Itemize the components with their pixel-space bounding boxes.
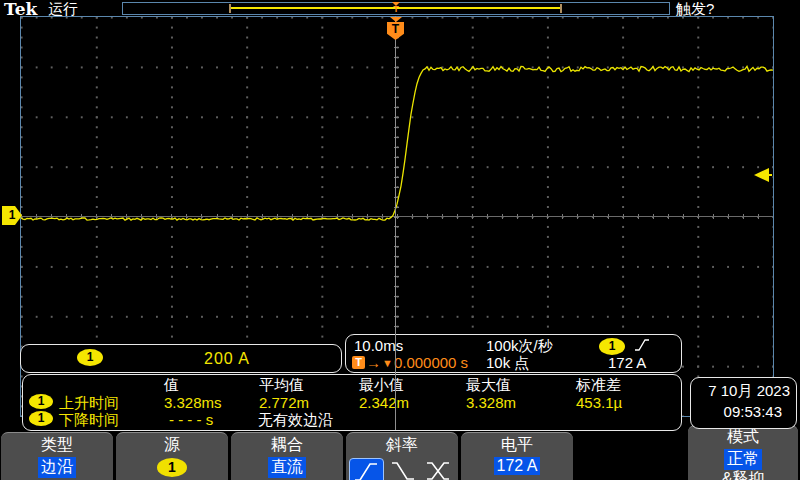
meas-mean: 2.772m — [259, 394, 309, 411]
channel1-badge: 1 — [29, 411, 53, 426]
rising-edge-icon[interactable] — [349, 458, 384, 480]
window-right-bracket — [560, 4, 562, 13]
channel1-badge: 1 — [77, 349, 103, 366]
menu-mode-value2: &释抑 — [688, 470, 798, 480]
menu-level-button[interactable]: 电平 172 A — [461, 432, 573, 480]
menu-slope-button[interactable]: 斜率 — [346, 432, 458, 480]
meas-header-stddev: 标准差 — [576, 376, 621, 395]
record-position-bar[interactable]: T — [122, 2, 670, 15]
menu-level-value: 172 A — [494, 457, 541, 475]
channel1-badge: 1 — [29, 394, 53, 409]
either-edge-icon[interactable] — [423, 458, 456, 480]
meas-value: 3.328ms — [164, 394, 222, 411]
menu-type-value: 边沿 — [38, 457, 76, 478]
meas-note: 无有效边沿 — [258, 411, 333, 430]
meas-header-max: 最大值 — [466, 376, 511, 395]
trigger-position-line — [395, 16, 396, 430]
meas-row-fall-time: 1 下降时间 - - - - s 无有效边沿 — [23, 411, 681, 428]
trigger-t-icon: T — [387, 22, 404, 40]
channel1-readout-box: 1 200 A — [20, 344, 342, 373]
menu-source-badge: 1 — [157, 458, 187, 477]
measurement-table: 值 平均值 最小值 最大值 标准差 1 上升时间 3.328ms 2.772m … — [22, 374, 682, 431]
meas-header-min: 最小值 — [359, 376, 404, 395]
menu-level-label: 电平 — [461, 435, 573, 456]
meas-name: 下降时间 — [59, 411, 119, 430]
record-length: 10k 点 — [486, 354, 529, 373]
menu-coupling-button[interactable]: 耦合 直流 — [231, 432, 343, 480]
menu-type-label: 类型 — [1, 435, 113, 456]
meas-header-mean: 平均值 — [259, 376, 304, 395]
date: 7 10月 2023 — [708, 382, 790, 401]
menu-source-button[interactable]: 源 1 — [116, 432, 228, 480]
menu-mode-button[interactable]: 模式 正常 &释抑 — [688, 425, 798, 480]
meas-row-rise-time: 1 上升时间 3.328ms 2.772m 2.342m 3.328m 453.… — [23, 394, 681, 411]
channel1-ground-marker[interactable]: 1 — [2, 206, 22, 225]
menu-mode-label: 模式 — [688, 427, 798, 448]
trigger-flag-arrow-icon — [390, 17, 402, 22]
meas-stddev: 453.1µ — [576, 394, 622, 411]
falling-edge-icon[interactable] — [387, 458, 420, 480]
trigger-source-badge: 1 — [599, 338, 625, 355]
menu-source-label: 源 — [116, 435, 228, 456]
trigger-position-bar-icon: T — [389, 2, 403, 13]
channel1-scale: 200 A — [204, 350, 250, 368]
meas-max: 3.328m — [466, 394, 516, 411]
meas-min: 2.342m — [359, 394, 409, 411]
trigger-level-readout: 172 A — [608, 354, 646, 371]
menu-slope-label: 斜率 — [346, 435, 458, 456]
menu-coupling-label: 耦合 — [231, 435, 343, 456]
datetime-box: 7 10月 2023 09:53:43 — [690, 377, 797, 429]
menu-mode-value: 正常 — [724, 449, 762, 470]
meas-header-value: 值 — [164, 376, 179, 395]
trigger-position-flag[interactable]: T — [387, 17, 404, 40]
menu-coupling-value: 直流 — [268, 457, 306, 478]
window-left-bracket — [229, 4, 231, 13]
menu-type-button[interactable]: 类型 边沿 — [1, 432, 113, 480]
trigger-t-badge: T — [352, 356, 365, 369]
time: 09:53:43 — [724, 403, 782, 420]
meas-value: - - - - s — [169, 411, 213, 428]
oscilloscope-screen: Tek 运行 触发? T T 1 1 200 A 10.0ms 100k次/秒 … — [0, 0, 800, 480]
trigger-position-readout: T→▼0.000000 s — [352, 354, 468, 371]
trigger-level-arrow-tail — [767, 174, 772, 176]
